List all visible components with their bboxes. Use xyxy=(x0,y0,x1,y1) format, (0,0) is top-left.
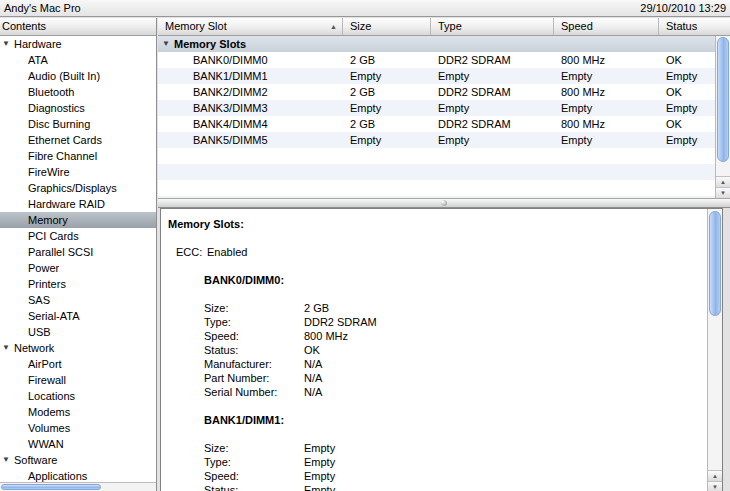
sidebar-item-memory[interactable]: Memory xyxy=(0,212,156,228)
sidebar-header: Contents xyxy=(0,18,156,36)
sidebar-item-hardware-raid[interactable]: Hardware RAID xyxy=(0,196,156,212)
table-row[interactable]: BANK3/DIMM3 Empty Empty Empty Empty xyxy=(158,100,715,116)
sidebar-item-airport[interactable]: AirPort xyxy=(0,356,156,372)
detail-field: Type:Empty xyxy=(161,455,707,469)
sidebar-item-ata[interactable]: ATA xyxy=(0,52,156,68)
sidebar-item-label: Volumes xyxy=(28,422,70,434)
cell-speed: Empty xyxy=(554,132,659,148)
sidebar-item-label: SAS xyxy=(28,294,50,306)
field-label: Status: xyxy=(204,343,304,357)
field-label: Type: xyxy=(204,315,304,329)
column-header-speed[interactable]: Speed xyxy=(554,18,659,35)
column-header-size[interactable]: Size xyxy=(343,18,431,35)
cell-status: Empty xyxy=(659,68,715,84)
field-label: Speed: xyxy=(204,469,304,483)
scroll-up-icon[interactable]: ▲ xyxy=(716,176,730,187)
cell-speed: 800 MHz xyxy=(554,52,659,68)
window-titlebar: Andy's Mac Pro 29/10/2010 13:29 xyxy=(0,0,730,17)
sidebar-item-pci-cards[interactable]: PCI Cards xyxy=(0,228,156,244)
field-label: Manufacturer: xyxy=(204,357,304,371)
sidebar-section-software[interactable]: ▼ Software xyxy=(0,452,156,468)
field-value: Empty xyxy=(304,484,335,491)
sidebar-item-label: Locations xyxy=(28,390,75,402)
sidebar-item-sas[interactable]: SAS xyxy=(0,292,156,308)
column-header-status[interactable]: Status xyxy=(659,18,730,35)
column-header-type[interactable]: Type xyxy=(431,18,554,35)
cell-speed: 800 MHz xyxy=(554,116,659,132)
sidebar-item-firewire[interactable]: FireWire xyxy=(0,164,156,180)
scroll-down-icon[interactable]: ▼ xyxy=(708,481,722,491)
sidebar-item-wwan[interactable]: WWAN xyxy=(0,436,156,452)
table-scrollbar-thumb[interactable] xyxy=(717,37,729,162)
sidebar-item-label: Software xyxy=(14,454,57,466)
detail-text: Memory Slots: ECC:Enabled BANK0/DIMM0: S… xyxy=(161,209,707,491)
cell-memory-slot: BANK1/DIMM1 xyxy=(158,68,343,84)
table-row[interactable]: BANK2/DIMM2 2 GB DDR2 SDRAM 800 MHz OK xyxy=(158,84,715,100)
sidebar-item-label: Graphics/Displays xyxy=(28,182,117,194)
table-row[interactable]: BANK5/DIMM5 Empty Empty Empty Empty xyxy=(158,132,715,148)
splitter[interactable] xyxy=(158,198,730,208)
detail-panel: Memory Slots: ECC:Enabled BANK0/DIMM0: S… xyxy=(160,208,723,491)
detail-scrollbar[interactable]: ▲ ▼ xyxy=(707,209,722,491)
table-body: ▼ Memory Slots BANK0/DIMM0 2 GB DDR2 SDR… xyxy=(158,36,715,198)
scroll-up-icon[interactable]: ▲ xyxy=(708,470,722,481)
sidebar-item-label: Diagnostics xyxy=(28,102,85,114)
detail-scrollbar-thumb[interactable] xyxy=(709,211,721,316)
sidebar-item-serial-ata[interactable]: Serial-ATA xyxy=(0,308,156,324)
table-row[interactable]: BANK1/DIMM1 Empty Empty Empty Empty xyxy=(158,68,715,84)
cell-status: OK xyxy=(659,116,715,132)
sidebar-item-label: Firewall xyxy=(28,374,66,386)
sidebar-scrollbar-thumb[interactable] xyxy=(1,484,101,490)
field-value: N/A xyxy=(304,372,322,384)
table-row[interactable]: BANK4/DIMM4 2 GB DDR2 SDRAM 800 MHz OK xyxy=(158,116,715,132)
scroll-down-icon[interactable]: ▼ xyxy=(716,187,730,198)
sidebar-item-label: Ethernet Cards xyxy=(28,134,102,146)
cell-memory-slot: BANK2/DIMM2 xyxy=(158,84,343,100)
cell-speed: 800 MHz xyxy=(554,84,659,100)
disclosure-triangle-icon[interactable]: ▼ xyxy=(162,36,170,52)
group-row-label: Memory Slots xyxy=(174,38,246,50)
sidebar-item-label: Power xyxy=(28,262,59,274)
disclosure-triangle-icon[interactable]: ▼ xyxy=(2,36,13,52)
column-header-memory-slot[interactable]: Memory Slot ▲ xyxy=(158,18,343,35)
sidebar-section-network[interactable]: ▼ Network xyxy=(0,340,156,356)
table-row[interactable]: BANK0/DIMM0 2 GB DDR2 SDRAM 800 MHz OK xyxy=(158,52,715,68)
detail-field: Type:DDR2 SDRAM xyxy=(161,315,707,329)
sidebar-item-bluetooth[interactable]: Bluetooth xyxy=(0,84,156,100)
sidebar-item-disc-burning[interactable]: Disc Burning xyxy=(0,116,156,132)
sidebar-item-volumes[interactable]: Volumes xyxy=(0,420,156,436)
sidebar-item-fibre-channel[interactable]: Fibre Channel xyxy=(0,148,156,164)
scrollbar-arrows: ▲ ▼ xyxy=(716,176,730,198)
contents-sidebar: Contents ▼ Hardware ATA Audio (Built In)… xyxy=(0,18,157,491)
cell-speed: Empty xyxy=(554,100,659,116)
sidebar-item-parallel-scsi[interactable]: Parallel SCSI xyxy=(0,244,156,260)
sidebar-item-usb[interactable]: USB xyxy=(0,324,156,340)
sidebar-item-diagnostics[interactable]: Diagnostics xyxy=(0,100,156,116)
sidebar-item-modems[interactable]: Modems xyxy=(0,404,156,420)
disclosure-triangle-icon[interactable]: ▼ xyxy=(2,452,13,468)
field-value: N/A xyxy=(304,386,322,398)
sidebar-item-power[interactable]: Power xyxy=(0,260,156,276)
table-scrollbar[interactable]: ▲ ▼ xyxy=(715,36,730,198)
group-row-memory-slots[interactable]: ▼ Memory Slots xyxy=(158,36,715,52)
cell-type: DDR2 SDRAM xyxy=(431,52,554,68)
sidebar-item-label: WWAN xyxy=(28,438,64,450)
contents-tree: ▼ Hardware ATA Audio (Built In) Bluetoot… xyxy=(0,36,156,491)
ecc-value: Enabled xyxy=(207,246,247,258)
sidebar-item-ethernet-cards[interactable]: Ethernet Cards xyxy=(0,132,156,148)
sidebar-item-firewall[interactable]: Firewall xyxy=(0,372,156,388)
window-title: Andy's Mac Pro xyxy=(4,0,81,17)
scrollbar-arrows: ▲ ▼ xyxy=(708,470,722,491)
field-value: N/A xyxy=(304,358,322,370)
sidebar-item-printers[interactable]: Printers xyxy=(0,276,156,292)
disclosure-triangle-icon[interactable]: ▼ xyxy=(2,340,13,356)
sidebar-item-locations[interactable]: Locations xyxy=(0,388,156,404)
window-datetime: 29/10/2010 13:29 xyxy=(640,0,726,17)
cell-type: DDR2 SDRAM xyxy=(431,84,554,100)
sidebar-item-audio-built-in[interactable]: Audio (Built In) xyxy=(0,68,156,84)
sidebar-item-label: Parallel SCSI xyxy=(28,246,93,258)
sidebar-horizontal-scrollbar[interactable] xyxy=(0,482,156,491)
cell-speed: Empty xyxy=(554,68,659,84)
sidebar-section-hardware[interactable]: ▼ Hardware xyxy=(0,36,156,52)
sidebar-item-graphics-displays[interactable]: Graphics/Displays xyxy=(0,180,156,196)
